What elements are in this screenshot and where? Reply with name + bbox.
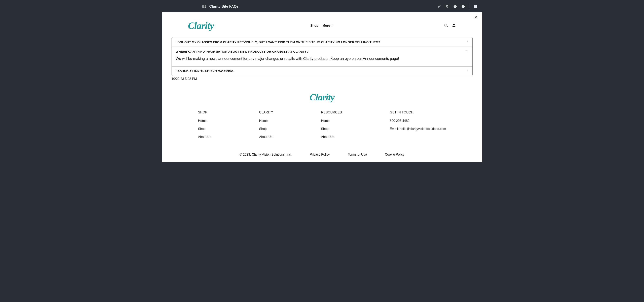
footer-email[interactable]: Email: hello@clarityvisionsolutions.com (390, 127, 446, 131)
footer-link[interactable]: About Us (259, 135, 273, 139)
footer-heading: SHOP (198, 111, 212, 114)
faq-item: WHERE CAN I FIND INFORMATION ABOUT NEW P… (172, 47, 472, 66)
footer-col-shop: SHOP Home Shop About Us (198, 111, 212, 143)
chevron-down-icon (331, 24, 334, 27)
svg-rect-6 (475, 5, 476, 6)
site-header: Clarity Shop More (162, 12, 482, 37)
footer-link[interactable]: Shop (321, 127, 342, 131)
nav-more[interactable]: More (322, 24, 334, 27)
sidebar-toggle-icon[interactable] (202, 4, 206, 8)
svg-rect-0 (202, 5, 206, 8)
brand-logo-footer[interactable]: Clarity (310, 92, 334, 102)
svg-point-18 (453, 24, 455, 25)
svg-point-16 (444, 24, 447, 26)
edit-icon[interactable] (437, 4, 441, 8)
globe-icon[interactable] (453, 4, 457, 8)
svg-rect-13 (476, 7, 477, 8)
chevron-down-icon (466, 50, 468, 53)
nav-shop[interactable]: Shop (310, 24, 318, 27)
footer-heading: CLARITY (259, 111, 273, 114)
faq-item: I BOUGHT MY GLASSES FROM CLARITY PREVIOU… (172, 37, 472, 47)
chevron-right-icon (466, 40, 468, 44)
footer-link[interactable]: Home (198, 119, 212, 123)
footer-col-clarity: CLARITY Home Shop About Us (259, 111, 273, 143)
faq-header[interactable]: WHERE CAN I FIND INFORMATION ABOUT NEW P… (172, 47, 472, 56)
footer-bottom-link[interactable]: Privacy Policy (310, 153, 330, 156)
faq-question: WHERE CAN I FIND INFORMATION ABOUT NEW P… (176, 50, 309, 53)
brand-logo[interactable]: Clarity (188, 20, 214, 31)
faq-header[interactable]: I FOUND A LINK THAT ISN'T WORKING. (172, 66, 472, 76)
footer-col-resources: RESOURCES Home Shop About Us (321, 111, 342, 143)
topbar-divider (469, 4, 470, 8)
nav-more-label: More (322, 24, 330, 27)
svg-rect-8 (474, 6, 475, 7)
main-nav: Shop More (310, 24, 334, 27)
gear-icon[interactable] (445, 4, 449, 8)
admin-topbar: Clarity Site FAQs (162, 1, 482, 12)
footer-logo: Clarity (162, 92, 482, 103)
footer-col-contact: GET IN TOUCH 800 293 4482 Email: hello@c… (390, 111, 446, 143)
footer-columns: SHOP Home Shop About Us CLARITY Home Sho… (162, 103, 482, 149)
svg-line-17 (447, 26, 448, 27)
page-title: Clarity Site FAQs (209, 4, 239, 9)
svg-rect-3 (463, 6, 464, 7)
footer-heading: RESOURCES (321, 111, 342, 114)
faq-item: I FOUND A LINK THAT ISN'T WORKING. (172, 66, 472, 76)
account-icon[interactable] (452, 23, 456, 28)
close-icon[interactable] (474, 15, 478, 20)
svg-rect-5 (474, 5, 475, 6)
faq-header[interactable]: I BOUGHT MY GLASSES FROM CLARITY PREVIOU… (172, 37, 472, 47)
footer-heading: GET IN TOUCH (390, 111, 446, 114)
footer-link[interactable]: About Us (321, 135, 342, 139)
timestamp: 10/20/23 5:08 PM (172, 77, 473, 81)
faq-question: I FOUND A LINK THAT ISN'T WORKING. (176, 69, 234, 73)
footer-phone[interactable]: 800 293 4482 (390, 119, 446, 123)
svg-rect-11 (474, 7, 475, 8)
chevron-right-icon (466, 69, 468, 73)
footer-link[interactable]: Shop (259, 127, 273, 131)
footer-link[interactable]: Shop (198, 127, 212, 131)
svg-rect-12 (475, 7, 476, 8)
footer-bottom: © 2023, Clarity Vision Solutions, Inc. P… (162, 149, 482, 162)
faq-question: I BOUGHT MY GLASSES FROM CLARITY PREVIOU… (176, 40, 380, 44)
nav-shop-label: Shop (310, 24, 318, 27)
footer-bottom-link[interactable]: Cookie Policy (385, 153, 404, 156)
faq-answer: We will be making a news announcement fo… (172, 56, 472, 66)
svg-rect-7 (476, 5, 477, 6)
footer-link[interactable]: Home (259, 119, 273, 123)
svg-rect-9 (475, 6, 476, 7)
copyright: © 2023, Clarity Vision Solutions, Inc. (240, 153, 292, 156)
footer-link[interactable]: About Us (198, 135, 212, 139)
preview-content: Clarity Shop More I BOUGHT MY (162, 12, 482, 162)
apps-grid-icon[interactable] (474, 4, 478, 8)
info-icon[interactable] (461, 4, 465, 8)
search-icon[interactable] (444, 23, 448, 28)
svg-point-4 (463, 6, 464, 6)
footer-bottom-link[interactable]: Terms of Use (348, 153, 367, 156)
faq-accordion: I BOUGHT MY GLASSES FROM CLARITY PREVIOU… (172, 37, 473, 76)
footer-link[interactable]: Home (321, 119, 342, 123)
svg-rect-10 (476, 6, 477, 7)
